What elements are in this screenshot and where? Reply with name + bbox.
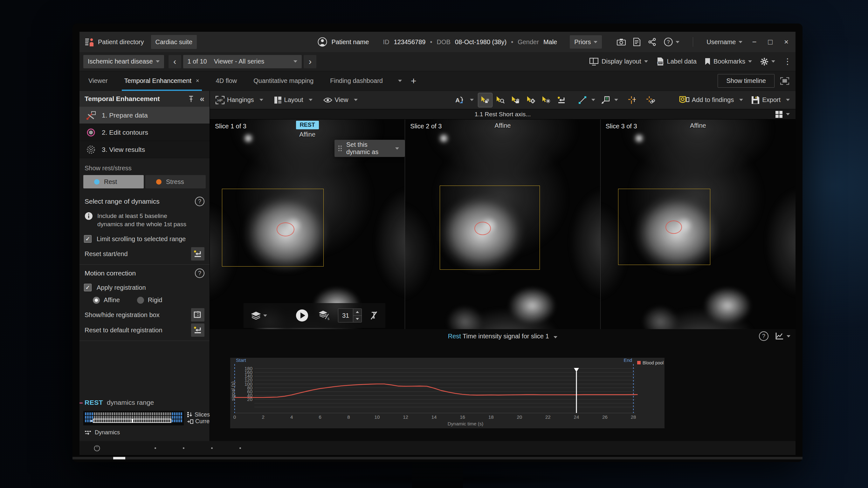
chevron-down-icon — [748, 60, 752, 63]
close-tab-icon[interactable]: × — [196, 77, 199, 84]
orientation-dropdown[interactable]: A — [454, 96, 474, 104]
avatar-icon — [318, 37, 327, 47]
window-level-cursor-tool[interactable] — [539, 93, 553, 107]
show-timeline-button[interactable]: Show timeline — [718, 74, 775, 88]
tabs-overflow-icon[interactable] — [398, 80, 402, 82]
reset-start-end-button[interactable] — [191, 247, 205, 261]
export-dropdown[interactable]: Export — [751, 96, 790, 104]
stepper-down-button[interactable] — [353, 316, 362, 323]
measure-tool[interactable] — [576, 93, 589, 107]
exam-type-dropdown[interactable]: Ischemic heart disease — [83, 55, 164, 68]
rotate-3d-cursor-tool[interactable] — [524, 93, 538, 107]
rigid-radio[interactable] — [137, 297, 144, 304]
annotate-tool[interactable]: T — [598, 93, 612, 107]
motion-correction-help-icon[interactable]: ? — [195, 268, 205, 278]
series-selector-dropdown[interactable]: 1 of 10 Viewer - All series — [183, 55, 302, 68]
registration-box[interactable] — [618, 189, 710, 265]
slice-label: Slice 1 of 3 — [215, 123, 246, 130]
lv-contour[interactable] — [277, 222, 294, 236]
viewport-grid-dropdown[interactable] — [775, 110, 796, 118]
priors-dropdown[interactable]: Priors — [570, 35, 602, 48]
view-dropdown[interactable]: View — [323, 96, 358, 104]
registration-box-icon — [194, 311, 202, 319]
affine-radio[interactable] — [93, 297, 100, 304]
registration-box[interactable] — [222, 189, 324, 266]
chart-type-dropdown[interactable] — [775, 332, 790, 340]
share-icon[interactable] — [648, 38, 656, 46]
tab-4d-flow[interactable]: 4D flow — [213, 71, 240, 91]
tab-finding-dashboard[interactable]: Finding dashboard — [328, 71, 385, 91]
bezel-button-dot[interactable] — [240, 447, 241, 449]
pan-cursor-tool[interactable] — [509, 93, 523, 107]
label-data-button[interactable]: LABEL Label data — [656, 57, 696, 66]
dynamics-grid-box[interactable] — [83, 411, 184, 425]
snapshot-camera-icon[interactable] — [617, 38, 626, 45]
apply-registration-checkbox[interactable]: ✓ — [84, 284, 92, 291]
dynamics-grid[interactable] — [85, 412, 182, 422]
bezel-button-dot[interactable] — [155, 447, 156, 449]
rest-toggle-button[interactable]: Rest — [83, 175, 144, 188]
limit-scrolling-checkbox[interactable]: ✓ — [84, 235, 92, 243]
viewport-slice-2[interactable]: Slice 2 of 3 Affine — [405, 120, 600, 329]
chart-title[interactable]: Rest Time intensity signal for slice 1 — [210, 333, 796, 340]
play-button[interactable] — [296, 309, 309, 322]
lv-contour[interactable] — [665, 221, 682, 234]
dynamic-number-value[interactable]: 31 — [338, 309, 353, 322]
viewport-slice-1[interactable]: Slice 1 of 3 REST Affine Set this dynami… — [210, 120, 405, 329]
time-intensity-chart[interactable]: 2040608010012014016018002468101214161820… — [230, 358, 664, 428]
tab-quantitative-mapping[interactable]: Quantitative mapping — [251, 71, 316, 91]
kebab-menu-icon[interactable]: ⋮ — [783, 57, 792, 66]
settings-menu[interactable] — [760, 58, 775, 66]
show-hide-regbox-button[interactable] — [191, 308, 205, 322]
pin-icon[interactable] — [189, 95, 194, 102]
collapse-panel-icon[interactable]: « — [200, 94, 205, 104]
current-dynamic-cell[interactable] — [132, 419, 133, 422]
patient-directory-link[interactable]: Patient directory — [98, 38, 144, 46]
close-button[interactable]: × — [782, 37, 790, 46]
crosshair-tool[interactable] — [625, 93, 639, 107]
bezel-button-dot[interactable] — [183, 447, 184, 449]
hangings-dropdown[interactable]: HP Hangings — [216, 96, 263, 104]
stress-toggle-button[interactable]: Stress — [145, 175, 206, 188]
fullscreen-icon[interactable] — [780, 77, 789, 85]
bookmarks-dropdown[interactable]: Bookmarks — [705, 58, 752, 65]
step-prepare-data[interactable]: 1. Prepare data — [80, 107, 210, 124]
display-layout-dropdown[interactable]: Display layout — [589, 58, 648, 65]
step-view-results[interactable]: 3. View results — [80, 141, 210, 158]
help-menu[interactable]: ? — [664, 37, 679, 46]
drag-handle-icon[interactable] — [338, 145, 342, 151]
hide-annotations-icon[interactable] — [370, 311, 378, 320]
set-dynamic-dropdown[interactable]: Set this dynamic as — [335, 140, 405, 157]
dynamics-axis-label: Dynamics — [80, 425, 210, 441]
chevron-down-icon[interactable] — [614, 99, 618, 101]
chevron-down-icon[interactable] — [591, 99, 595, 101]
lv-contour[interactable] — [474, 222, 491, 235]
chevron-down-icon — [263, 315, 267, 317]
stepper-up-button[interactable] — [353, 309, 362, 316]
chart-help-icon[interactable]: ? — [759, 331, 769, 341]
zoom-cursor-tool[interactable] — [493, 93, 507, 107]
power-icon[interactable] — [93, 445, 100, 452]
minimize-button[interactable]: − — [750, 37, 758, 46]
select-range-help-icon[interactable]: ? — [195, 197, 205, 206]
select-cursor-tool[interactable] — [478, 93, 492, 107]
user-menu[interactable]: Username — [707, 38, 742, 46]
step-edit-contours[interactable]: 2. Edit contours — [80, 124, 210, 141]
cardiac-suite-button[interactable]: Cardiac suite — [151, 35, 197, 49]
next-series-button[interactable]: › — [304, 55, 316, 68]
maximize-button[interactable]: □ — [766, 37, 775, 46]
reset-default-registration-button[interactable] — [191, 323, 205, 337]
viewport-slice-3[interactable]: Slice 3 of 3 Affine — [600, 120, 796, 329]
add-to-findings-dropdown[interactable]: Add to findings — [679, 96, 743, 104]
report-icon[interactable] — [633, 38, 640, 46]
tab-temporal-enhancement[interactable]: Temporal Enhancement × — [122, 71, 202, 91]
layers-dropdown[interactable] — [251, 311, 267, 320]
add-tab-button[interactable]: + — [411, 76, 416, 87]
dynamic-number-stepper[interactable]: 31 — [338, 308, 362, 323]
tab-viewer[interactable]: Viewer — [86, 71, 110, 91]
layout-dropdown[interactable]: Layout — [274, 96, 313, 104]
bezel-button-dot[interactable] — [211, 447, 213, 449]
previous-series-button[interactable]: ‹ — [168, 55, 181, 68]
reset-view-button[interactable] — [555, 93, 568, 107]
crosshair-link-tool[interactable] — [644, 93, 657, 107]
